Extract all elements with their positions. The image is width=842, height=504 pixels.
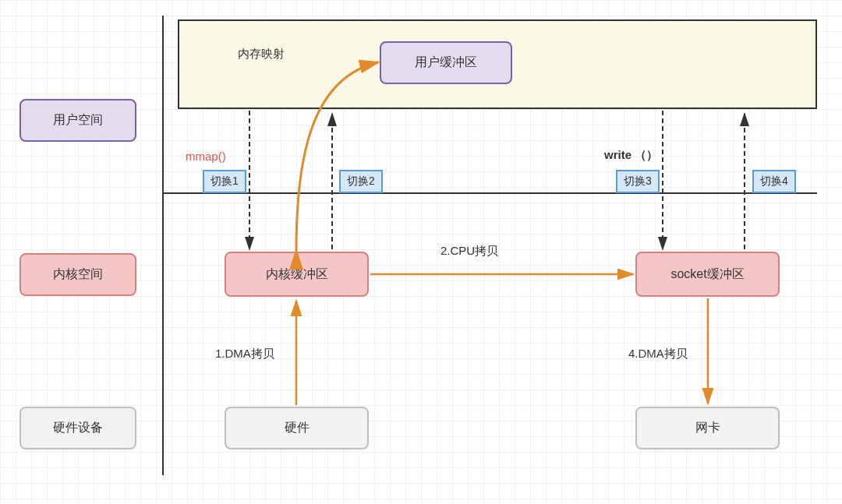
mmap-title-label: 内存映射 [238,47,285,62]
row-label-user-space-text: 用户空间 [53,112,103,129]
nic-box-text: 网卡 [695,420,720,436]
write-call-label: write （） [604,148,658,163]
horizontal-divider [162,192,817,194]
row-label-user-space: 用户空间 [19,99,136,142]
vertical-divider [162,16,164,475]
kernel-buffer-box: 内核缓冲区 [225,252,369,297]
socket-buffer-box: socket缓冲区 [635,252,780,297]
switch2-badge: 切换2 [339,170,383,193]
cpu-copy-2-label: 2.CPU拷贝 [440,244,498,259]
user-buffer-box: 用户缓冲区 [380,41,512,84]
dma-copy-1-label: 1.DMA拷贝 [215,347,274,361]
mmap-call-label: mmap() [186,150,226,163]
hardware-box-text: 硬件 [285,420,310,436]
row-label-kernel-space: 内核空间 [19,253,136,296]
socket-buffer-text: socket缓冲区 [670,266,744,283]
dma-copy-4-label: 4.DMA拷贝 [628,347,688,361]
switch1-badge: 切换1 [203,170,246,193]
user-buffer-text: 用户缓冲区 [415,55,477,71]
row-label-hardware-text: 硬件设备 [53,420,103,436]
hardware-box: 硬件 [225,407,369,449]
switch3-badge: 切换3 [616,170,660,193]
row-label-hardware: 硬件设备 [19,407,136,449]
nic-box: 网卡 [635,407,780,449]
row-label-kernel-space-text: 内核空间 [53,266,103,283]
kernel-buffer-text: 内核缓冲区 [266,266,328,283]
switch4-badge: 切换4 [752,170,796,193]
